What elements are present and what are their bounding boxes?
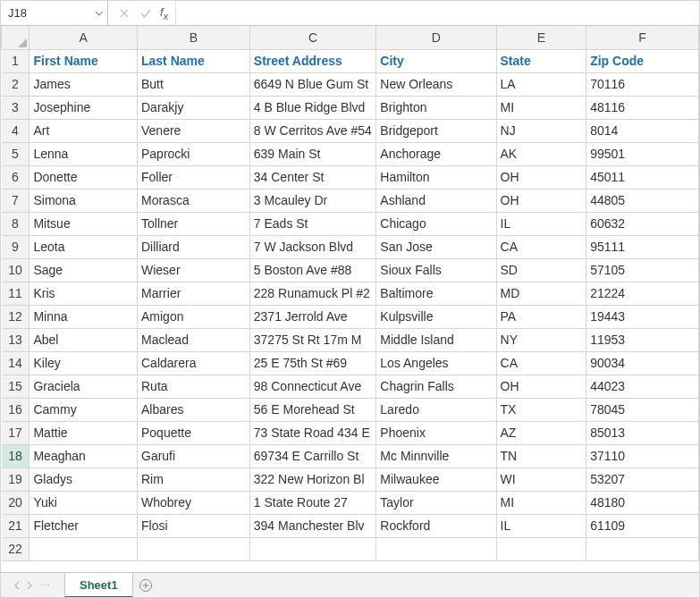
cell[interactable]: NY <box>496 328 586 351</box>
row-header[interactable]: 2 <box>2 72 30 96</box>
cell[interactable]: Dilliard <box>138 235 250 258</box>
cell[interactable]: Sage <box>30 258 138 282</box>
formula-input[interactable] <box>176 1 699 25</box>
cell[interactable]: 3 Mcauley Dr <box>249 189 376 212</box>
cell[interactable]: 7 W Jackson Blvd <box>249 235 376 258</box>
sheet-nav-more-icon[interactable]: ⋯ <box>38 580 52 592</box>
cell[interactable] <box>496 537 586 560</box>
cell[interactable]: 228 Runamuck Pl #2 <box>249 282 376 305</box>
cell[interactable]: Street Address <box>249 49 376 72</box>
cell[interactable]: 70116 <box>586 72 699 96</box>
row-header[interactable]: 11 <box>2 282 30 305</box>
row-header[interactable]: 3 <box>2 96 30 119</box>
cell[interactable]: AZ <box>496 421 586 444</box>
cell[interactable]: 5 Boston Ave #88 <box>249 258 376 282</box>
cell[interactable]: Cammy <box>30 398 138 421</box>
cell[interactable]: Ashland <box>376 189 496 212</box>
cell[interactable]: WI <box>496 467 586 491</box>
cell[interactable]: Maclead <box>138 328 250 351</box>
cell[interactable]: NJ <box>496 119 586 142</box>
cell[interactable]: 34 Center St <box>249 165 376 189</box>
cell[interactable]: TN <box>496 444 586 467</box>
cell[interactable]: Yuki <box>30 491 138 514</box>
cell[interactable]: 90034 <box>586 351 699 375</box>
cell[interactable]: Butt <box>138 72 250 96</box>
cell[interactable]: Graciela <box>30 375 138 398</box>
cell[interactable]: CA <box>496 235 586 258</box>
row-header[interactable]: 18 <box>2 444 30 467</box>
cell[interactable]: CA <box>496 351 586 375</box>
cell[interactable]: 19443 <box>586 305 699 328</box>
row-header[interactable]: 8 <box>2 212 30 235</box>
cell[interactable]: OH <box>496 189 586 212</box>
cell[interactable]: 6649 N Blue Gum St <box>249 72 376 96</box>
cell[interactable]: Gladys <box>30 467 138 491</box>
cell[interactable]: Darakjy <box>138 96 250 119</box>
row-header[interactable]: 17 <box>2 421 30 444</box>
cell[interactable]: 69734 E Carrillo St <box>249 444 376 467</box>
cell[interactable]: IL <box>496 514 586 537</box>
name-box-dropdown-icon[interactable] <box>95 9 104 18</box>
cell[interactable]: Chagrin Falls <box>376 375 496 398</box>
cell[interactable]: OH <box>496 375 586 398</box>
cell[interactable]: Simona <box>30 189 138 212</box>
fx-icon[interactable]: fx <box>156 5 170 21</box>
col-header[interactable]: C <box>249 26 376 49</box>
cell[interactable]: 21224 <box>586 282 699 305</box>
cell[interactable]: Kris <box>30 282 138 305</box>
row-header[interactable]: 9 <box>2 235 30 258</box>
cell[interactable]: Brighton <box>376 96 496 119</box>
cell[interactable]: TX <box>496 398 586 421</box>
cell[interactable]: 1 State Route 27 <box>249 491 376 514</box>
cell[interactable]: 639 Main St <box>249 142 376 165</box>
cell[interactable]: City <box>376 49 496 72</box>
sheet-nav-prev-icon[interactable] <box>13 581 21 590</box>
row-header[interactable]: 10 <box>2 258 30 282</box>
cell[interactable]: Garufi <box>138 444 250 467</box>
cell[interactable]: 78045 <box>586 398 699 421</box>
cell[interactable]: OH <box>496 165 586 189</box>
cell[interactable]: 37110 <box>586 444 699 467</box>
cell[interactable]: New Orleans <box>376 72 496 96</box>
col-header[interactable]: D <box>376 26 496 49</box>
cell[interactable]: Caldarera <box>138 351 250 375</box>
cell[interactable]: Chicago <box>376 212 496 235</box>
cell[interactable]: Mitsue <box>30 212 138 235</box>
row-header[interactable]: 6 <box>2 165 30 189</box>
cell[interactable]: 322 New Horizon Bl <box>249 467 376 491</box>
cell[interactable]: 4 B Blue Ridge Blvd <box>249 96 376 119</box>
cell[interactable]: 8014 <box>586 119 699 142</box>
sheet-tab[interactable]: Sheet1 <box>64 573 133 598</box>
row-header[interactable]: 13 <box>2 328 30 351</box>
cell[interactable]: Bridgeport <box>376 119 496 142</box>
cell[interactable]: Sioux Falls <box>376 258 496 282</box>
sheet-nav-next-icon[interactable] <box>26 581 33 590</box>
cell[interactable]: 11953 <box>586 328 699 351</box>
cell[interactable]: Ruta <box>138 375 250 398</box>
row-header[interactable]: 20 <box>2 491 30 514</box>
cell[interactable]: Josephine <box>30 96 138 119</box>
cell[interactable] <box>586 537 699 560</box>
cell[interactable]: Kiley <box>30 351 138 375</box>
cell[interactable]: Kulpsville <box>376 305 496 328</box>
cell[interactable]: Zip Code <box>586 49 699 72</box>
select-all-corner[interactable] <box>2 26 30 49</box>
cell[interactable]: Flosi <box>138 514 250 537</box>
cell[interactable]: 98 Connecticut Ave <box>249 375 376 398</box>
col-header[interactable]: E <box>496 26 586 49</box>
cell[interactable]: Baltimore <box>376 282 496 305</box>
cell[interactable]: Rockford <box>376 514 496 537</box>
cell[interactable]: 8 W Cerritos Ave #54 <box>249 119 376 142</box>
cell[interactable]: SD <box>496 258 586 282</box>
cell[interactable]: 7 Eads St <box>249 212 376 235</box>
cell[interactable]: LA <box>496 72 586 96</box>
add-sheet-button[interactable] <box>133 573 158 598</box>
cell[interactable]: Amigon <box>138 305 250 328</box>
cell[interactable]: Phoenix <box>376 421 496 444</box>
cell[interactable]: Donette <box>30 165 138 189</box>
row-header[interactable]: 22 <box>2 537 30 560</box>
row-header[interactable]: 5 <box>2 142 30 165</box>
row-header[interactable]: 4 <box>2 119 30 142</box>
cell[interactable]: 44805 <box>586 189 699 212</box>
cell[interactable] <box>376 537 496 560</box>
